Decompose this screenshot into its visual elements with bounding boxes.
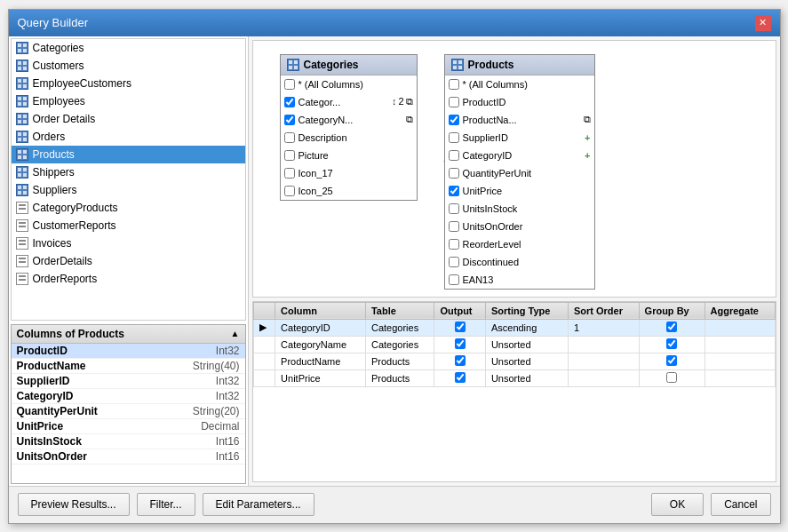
column-type: String(40) bbox=[193, 360, 240, 372]
table-item-label: OrderDetails bbox=[33, 255, 92, 267]
prod-col-supplierid[interactable]: SupplierID+ bbox=[445, 129, 594, 147]
column-row: ProductNameString(40) bbox=[12, 359, 245, 374]
table-row[interactable]: CategoryNameCategoriesUnsorted bbox=[253, 336, 775, 353]
categories-table-icon bbox=[286, 58, 300, 72]
prod-col-productname[interactable]: ProductNa...⧉ bbox=[445, 111, 594, 129]
diagram-area[interactable]: Categories * (All Columns) Categor...↕2⧉… bbox=[252, 40, 776, 298]
grid-header-sorting[interactable]: Sorting Type bbox=[485, 302, 568, 319]
col-output[interactable] bbox=[434, 369, 485, 386]
column-row: UnitsOnOrderInt16 bbox=[12, 449, 245, 465]
cat-col-categoryname[interactable]: CategoryN...⧉ bbox=[281, 111, 417, 129]
prod-col-productid[interactable]: ProductID bbox=[445, 93, 594, 111]
column-type: Int32 bbox=[216, 375, 240, 387]
prod-col-unitsonorder[interactable]: UnitsOnOrder bbox=[445, 218, 594, 235]
table-item-customers[interactable]: Customers bbox=[12, 57, 245, 75]
table-item-label: EmployeeCustomers bbox=[33, 77, 131, 90]
grid-header-groupby[interactable]: Group By bbox=[639, 302, 704, 319]
table-icon bbox=[15, 59, 29, 73]
col-output[interactable] bbox=[434, 353, 485, 369]
table-item-label: OrderReports bbox=[33, 273, 98, 285]
cat-col-categoryid[interactable]: Categor...↕2⧉ bbox=[281, 93, 417, 111]
cat-col-icon17[interactable]: Icon_17 bbox=[281, 164, 417, 182]
bottom-bar: Preview Results... Filter... Edit Parame… bbox=[9, 486, 780, 523]
col-groupby[interactable] bbox=[639, 336, 704, 353]
prod-col-reorderlevel[interactable]: ReorderLevel bbox=[445, 235, 594, 253]
grid-header-indicator bbox=[253, 302, 275, 319]
col-groupby[interactable] bbox=[639, 319, 704, 336]
col-table: Products bbox=[365, 369, 434, 386]
col-groupby[interactable] bbox=[639, 369, 704, 386]
grid-header-output[interactable]: Output bbox=[434, 302, 485, 319]
column-row: QuantityPerUnitString(20) bbox=[12, 404, 245, 419]
table-row[interactable]: UnitPriceProductsUnsorted bbox=[253, 369, 775, 386]
prod-col-categoryid[interactable]: CategoryID+ bbox=[445, 147, 594, 164]
products-table-box: Products * (All Columns) ProductID Produ… bbox=[444, 54, 595, 290]
edit-parameters-button[interactable]: Edit Parameters... bbox=[203, 493, 314, 516]
table-icon bbox=[15, 76, 29, 91]
table-icon bbox=[15, 130, 29, 144]
column-type: Int32 bbox=[216, 390, 240, 402]
table-icon bbox=[15, 218, 29, 233]
col-sortorder bbox=[568, 353, 639, 369]
cat-col-picture[interactable]: Picture bbox=[281, 147, 417, 164]
table-item-suppliers[interactable]: Suppliers bbox=[12, 181, 245, 199]
cat-col-description[interactable]: Description bbox=[281, 129, 417, 147]
columns-panel-collapse[interactable]: ▲ bbox=[231, 329, 240, 338]
col-groupby[interactable] bbox=[639, 353, 704, 369]
prod-col-qpu[interactable]: QuantityPerUnit bbox=[445, 164, 594, 182]
col-table: Categories bbox=[365, 319, 434, 336]
table-item-categories[interactable]: Categories bbox=[12, 39, 245, 57]
left-panel: CategoriesCustomersEmployeeCustomersEmpl… bbox=[9, 36, 249, 486]
grid-header-sortorder[interactable]: Sort Order bbox=[568, 302, 639, 319]
col-aggregate bbox=[704, 369, 775, 386]
table-item-label: Products bbox=[33, 148, 75, 161]
col-output[interactable] bbox=[434, 319, 485, 336]
table-icon bbox=[15, 201, 29, 215]
prod-col-unitprice[interactable]: UnitPrice bbox=[445, 182, 594, 200]
cancel-button[interactable]: Cancel bbox=[711, 493, 770, 516]
cat-col-icon25[interactable]: Icon_25 bbox=[281, 182, 417, 200]
table-item-employees[interactable]: Employees bbox=[12, 92, 245, 110]
prod-col-ean13[interactable]: EAN13 bbox=[445, 271, 594, 289]
table-icon bbox=[15, 272, 29, 286]
grid-area[interactable]: Column Table Output Sorting Type Sort Or… bbox=[252, 301, 776, 482]
grid-header-column[interactable]: Column bbox=[275, 302, 366, 319]
table-item-orderdetails[interactable]: Order Details bbox=[12, 110, 245, 128]
grid-header-aggregate[interactable]: Aggregate bbox=[704, 302, 775, 319]
table-icon bbox=[15, 41, 29, 55]
ok-button[interactable]: OK bbox=[651, 493, 704, 516]
col-output[interactable] bbox=[434, 336, 485, 353]
products-table-icon bbox=[450, 58, 465, 72]
grid-header-table[interactable]: Table bbox=[365, 302, 434, 319]
table-icon bbox=[15, 147, 29, 162]
columns-header: Columns of Products ▲ bbox=[12, 325, 245, 344]
query-builder-dialog: Query Builder ✕ CategoriesCustomersEmplo… bbox=[8, 9, 781, 524]
prod-col-unitsinstock[interactable]: UnitsInStock bbox=[445, 200, 594, 218]
col-aggregate bbox=[704, 353, 775, 369]
table-item-orderdetails[interactable]: OrderDetails bbox=[12, 252, 245, 270]
table-item-label: Customers bbox=[33, 60, 84, 72]
column-name: QuantityPerUnit bbox=[17, 405, 98, 417]
prod-col-discontinued[interactable]: Discontinued bbox=[445, 253, 594, 271]
table-row[interactable]: ▶CategoryIDCategoriesAscending1 bbox=[253, 319, 775, 336]
table-row[interactable]: ProductNameProductsUnsorted bbox=[253, 353, 775, 369]
cat-col-all[interactable]: * (All Columns) bbox=[281, 75, 417, 93]
title-bar: Query Builder ✕ bbox=[9, 10, 780, 36]
col-column: ProductName bbox=[275, 353, 366, 369]
filter-button[interactable]: Filter... bbox=[137, 493, 195, 516]
preview-results-button[interactable]: Preview Results... bbox=[18, 493, 130, 516]
table-item-shippers[interactable]: Shippers bbox=[12, 163, 245, 181]
column-type: Int32 bbox=[216, 345, 240, 357]
table-item-employeecustomers[interactable]: EmployeeCustomers bbox=[12, 75, 245, 92]
table-item-categoryproducts[interactable]: CategoryProducts bbox=[12, 199, 245, 217]
column-name: ProductID bbox=[17, 345, 68, 357]
close-button[interactable]: ✕ bbox=[755, 15, 771, 31]
table-item-orders[interactable]: Orders bbox=[12, 128, 245, 146]
prod-col-all[interactable]: * (All Columns) bbox=[445, 75, 594, 93]
table-item-invoices[interactable]: Invoices bbox=[12, 234, 245, 252]
table-item-products[interactable]: Products bbox=[12, 146, 245, 163]
columns-panel-title: Columns of Products bbox=[17, 328, 124, 340]
table-list[interactable]: CategoriesCustomersEmployeeCustomersEmpl… bbox=[11, 38, 246, 321]
table-item-orderreports[interactable]: OrderReports bbox=[12, 270, 245, 288]
table-item-customerreports[interactable]: CustomerReports bbox=[12, 217, 245, 234]
